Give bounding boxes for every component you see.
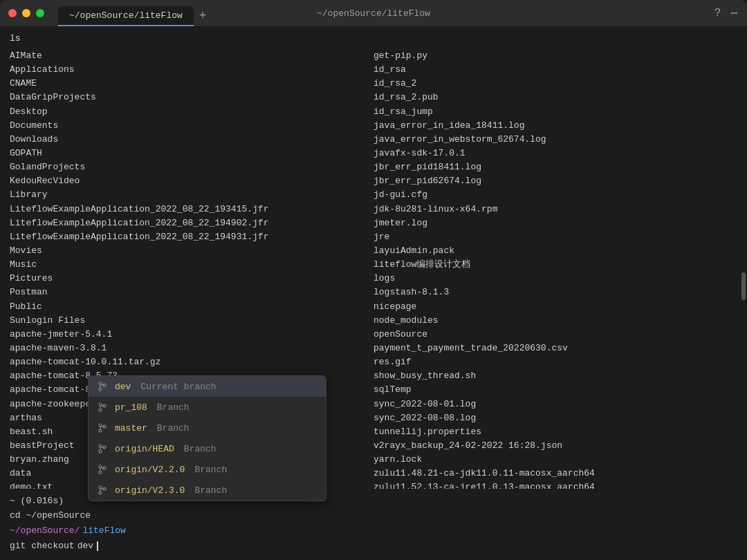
file-item: Sunlogin Files <box>10 314 374 328</box>
file-item: apache-jmeter-5.4.1 <box>10 328 374 342</box>
autocomplete-item[interactable]: origin/V2.3.0Branch <box>89 480 326 501</box>
branch-type: Current branch <box>140 382 216 392</box>
file-item: zulu11.48.21-ca-jdk11.0.11-macosx_aarch6… <box>374 467 737 480</box>
help-icon[interactable]: ? <box>714 7 721 19</box>
file-item: GolandProjects <box>10 160 374 174</box>
terminal-window: ~/openSource/liteFlow + ~/openSource/lit… <box>0 0 747 560</box>
cd-command: cd ~/openSource <box>10 509 737 523</box>
file-item: get-pip.py <box>374 49 737 63</box>
file-item: jre <box>374 230 737 244</box>
file-item: Pictures <box>10 272 374 286</box>
file-item: openSource <box>374 328 737 342</box>
autocomplete-item[interactable]: origin/V2.2.0Branch <box>89 459 326 480</box>
file-item: layuiAdmin.pack <box>374 244 737 258</box>
more-icon[interactable]: ⋯ <box>730 6 737 20</box>
bottom-section: ~ (0.016s) cd ~/openSource ~/openSource/… <box>10 494 737 553</box>
branch-type: Branch <box>184 444 216 454</box>
file-item: jd-gui.cfg <box>374 188 737 202</box>
autocomplete-item[interactable]: masterBranch <box>89 418 326 438</box>
file-item: java_error_in_webstorm_62674.log <box>374 133 737 147</box>
file-item: Library <box>10 188 374 202</box>
file-item: sqlTemp <box>374 383 737 397</box>
file-item: apache-tomcat-10.0.11.tar.gz <box>10 355 374 369</box>
branch-icon <box>97 402 108 413</box>
traffic-lights <box>8 9 44 17</box>
file-item: id_rsa_2.pub <box>374 91 737 104</box>
branch-icon <box>97 485 108 496</box>
scrollbar-thumb[interactable] <box>741 272 746 300</box>
window-title: ~/openSource/liteFlow <box>317 8 430 19</box>
branch-name: origin/HEAD <box>115 444 174 454</box>
file-item: java_error_in_idea_18411.log <box>374 119 737 133</box>
git-command: git checkout <box>10 539 75 553</box>
file-item: id_rsa_jump <box>374 105 737 119</box>
branch-type: Branch <box>157 402 190 413</box>
file-item: Documents <box>10 119 374 133</box>
autocomplete-item[interactable]: devCurrent branch <box>89 376 326 397</box>
prompt-dir: liteFlow <box>82 524 125 538</box>
autocomplete-item[interactable]: pr_108Branch <box>89 397 326 418</box>
file-item: KedouRecVideo <box>10 174 374 188</box>
file-item: jdk-8u281-linux-x64.rpm <box>374 203 737 216</box>
file-item: logs <box>374 272 737 286</box>
svg-point-1 <box>99 388 102 391</box>
file-item: nicepage <box>374 300 737 314</box>
branch-type: Branch <box>194 465 227 475</box>
file-item: Applications <box>10 63 374 77</box>
file-item: GOPATH <box>10 147 374 160</box>
git-command-line: git checkout dev <box>10 539 737 553</box>
branch-type: Branch <box>157 423 190 433</box>
active-tab[interactable]: ~/openSource/liteFlow <box>58 6 194 26</box>
svg-point-21 <box>99 492 102 494</box>
file-item: tunnellij.properties <box>374 425 737 439</box>
file-item: Music <box>10 258 374 272</box>
file-item: logstash-8.1.3 <box>374 286 737 299</box>
file-item: Desktop <box>10 105 374 119</box>
branch-name: master <box>115 423 147 433</box>
file-item: id_rsa_2 <box>374 77 737 91</box>
close-button[interactable] <box>8 9 17 17</box>
git-arg: dev <box>77 539 93 553</box>
file-item: DataGripProjects <box>10 91 374 104</box>
file-item: zulu11.52.13-ca-jre11.0.13-macosx_aarch6… <box>374 480 737 489</box>
branch-icon <box>97 464 108 475</box>
minimize-button[interactable] <box>22 9 30 17</box>
add-tab-button[interactable]: + <box>199 9 207 23</box>
scrollbar-track[interactable] <box>741 54 746 491</box>
file-item: node_modules <box>374 314 737 328</box>
svg-point-17 <box>99 471 102 474</box>
ls-command: ls <box>10 33 737 44</box>
tab-bar: ~/openSource/liteFlow + <box>58 3 207 24</box>
branch-name: dev <box>115 382 131 392</box>
file-item: res.gif <box>374 355 737 369</box>
file-item: LiteflowExampleApplication_2022_08_22_19… <box>10 230 374 244</box>
file-item: Downloads <box>10 133 374 147</box>
branch-icon <box>97 422 108 433</box>
branch-name: origin/V2.2.0 <box>115 465 185 475</box>
file-item: payment_t_payment_trade_20220630.csv <box>374 342 737 355</box>
file-item: jbr_err_pid18411.log <box>374 160 737 174</box>
file-item: yarn.lock <box>374 453 737 467</box>
branch-type: Branch <box>194 485 227 496</box>
file-item: liteflow编排设计文档 <box>374 258 737 272</box>
autocomplete-dropdown: devCurrent branchpr_108BranchmasterBranc… <box>88 375 326 501</box>
svg-point-5 <box>99 409 102 411</box>
prompt-path: ~/openSource/ <box>10 524 80 538</box>
maximize-button[interactable] <box>36 9 44 17</box>
branch-name: origin/V2.3.0 <box>115 485 185 496</box>
file-item: sync_2022-08-01.log <box>374 398 737 411</box>
prompt-line: ~/openSource/liteFlow <box>10 524 737 538</box>
file-item: javafx-sdk-17.0.1 <box>374 147 737 160</box>
titlebar-right: ? ⋯ <box>714 6 737 20</box>
cursor <box>97 541 98 551</box>
file-item: CNAME <box>10 77 374 91</box>
svg-point-9 <box>99 429 102 432</box>
file-item: id_rsa <box>374 63 737 77</box>
branch-icon <box>97 381 108 392</box>
autocomplete-item[interactable]: origin/HEADBranch <box>89 438 326 459</box>
file-item: sync_2022-08-08.log <box>374 411 737 425</box>
terminal-content: ls AIMateApplicationsCNAMEDataGripProjec… <box>0 26 747 560</box>
svg-point-13 <box>99 450 102 453</box>
file-item: show_busy_thread.sh <box>374 369 737 383</box>
branch-icon <box>97 443 108 454</box>
